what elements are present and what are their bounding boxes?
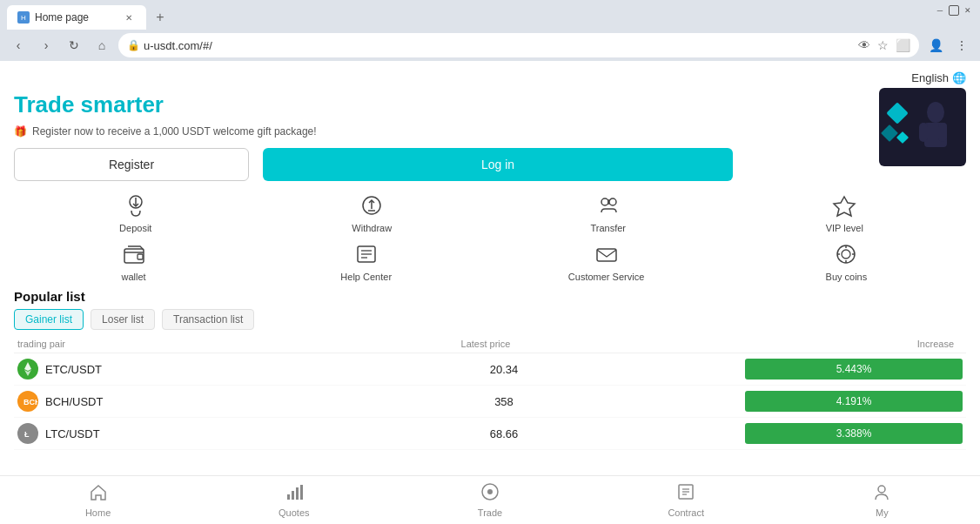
- svg-text:BCH: BCH: [23, 398, 37, 406]
- ltc-name: LTC/USDT: [45, 427, 351, 440]
- nav-quotes[interactable]: Quotes: [196, 477, 392, 523]
- bch-name: BCH/USDT: [45, 395, 351, 408]
- home-nav-icon: [89, 482, 108, 506]
- nav-home[interactable]: Home: [0, 477, 196, 523]
- buycoins-icon: [832, 240, 860, 268]
- address-bar[interactable]: 🔒 u-usdt.com/#/ 👁 ☆ ⬜: [118, 33, 919, 57]
- quotes-nav-icon: [285, 482, 304, 506]
- deposit-icon: [122, 191, 150, 219]
- tab-loser[interactable]: Loser list: [91, 309, 155, 330]
- action-customerservice[interactable]: Customer Service: [568, 240, 644, 282]
- etc-price: 20.34: [351, 363, 656, 376]
- nav-my[interactable]: My: [784, 477, 980, 523]
- login-button[interactable]: Log in: [263, 148, 733, 181]
- svg-point-41: [487, 489, 493, 494]
- eyeslash-icon[interactable]: 👁: [858, 38, 870, 52]
- withdraw-label: Withdraw: [352, 223, 392, 233]
- svg-rect-37: [292, 491, 294, 500]
- my-nav-label: My: [876, 507, 889, 518]
- buycoins-label: Buy coins: [826, 272, 868, 282]
- menu-button[interactable]: ⋮: [950, 34, 973, 57]
- svg-point-13: [601, 198, 608, 205]
- col-increase-header: Increase: [641, 339, 963, 349]
- bch-price: 358: [351, 395, 656, 408]
- extensions-icon[interactable]: ⬜: [896, 38, 910, 52]
- language-label: English: [911, 71, 949, 84]
- customerservice-icon: [593, 240, 621, 268]
- tab-close-button[interactable]: ✕: [122, 10, 136, 24]
- helpcenter-label: Help Center: [340, 272, 392, 282]
- hero-subtitle: 🎁 Register now to receive a 1,000 USDT w…: [14, 125, 879, 138]
- star-icon[interactable]: ☆: [877, 38, 889, 52]
- action-transfer[interactable]: Transfer: [578, 191, 639, 233]
- trade-nav-icon: [480, 482, 500, 506]
- table-header: trading pair Latest price Increase: [14, 335, 966, 353]
- maximize-button[interactable]: [949, 5, 959, 16]
- hero-title: Trade smarter: [14, 91, 879, 118]
- active-tab[interactable]: H Home page ✕: [7, 5, 146, 30]
- contract-nav-label: Contract: [668, 507, 704, 518]
- vip-icon: [830, 191, 858, 219]
- url-text: u-usdt.com/#/: [144, 39, 855, 52]
- svg-text:Ł: Ł: [24, 430, 30, 439]
- nav-trade[interactable]: Trade: [392, 477, 587, 523]
- tab-bar: H Home page ✕ + ─ ✕: [0, 0, 980, 30]
- minimize-button[interactable]: ─: [935, 5, 945, 16]
- forward-button[interactable]: ›: [35, 34, 57, 57]
- table-row[interactable]: Ł LTC/USDT 68.66 3.388%: [14, 418, 966, 450]
- transfer-icon: [594, 191, 622, 219]
- etc-increase: 5.443%: [657, 359, 963, 380]
- vip-label: VIP level: [826, 223, 863, 233]
- new-tab-button[interactable]: +: [150, 7, 171, 28]
- ltc-icon: Ł: [17, 423, 38, 444]
- tab-title: Home page: [35, 11, 89, 24]
- hero-buttons: Register Log in: [14, 148, 879, 181]
- page-content: English 🌐 Trade smarter 🎁 Register now t…: [0, 61, 980, 524]
- popular-tabs: Gainer list Loser list Transaction list: [14, 309, 966, 330]
- quick-actions-row1: Deposit Withdraw Transfer VIP level: [0, 181, 980, 233]
- close-window-button[interactable]: ✕: [963, 5, 973, 16]
- svg-rect-4: [938, 123, 947, 142]
- ltc-price: 68.66: [351, 427, 656, 440]
- svg-point-14: [609, 198, 616, 205]
- window-controls: ─ ✕: [935, 5, 973, 16]
- action-deposit[interactable]: Deposit: [105, 191, 166, 233]
- subtitle-text: Register now to receive a 1,000 USDT wel…: [32, 125, 317, 138]
- etc-increase-bar: 5.443%: [745, 359, 963, 380]
- action-withdraw[interactable]: Withdraw: [341, 191, 402, 233]
- home-nav-label: Home: [85, 507, 111, 518]
- helpcenter-icon: [352, 240, 380, 268]
- action-vip[interactable]: VIP level: [814, 191, 875, 233]
- address-bar-icons: 👁 ☆ ⬜: [858, 38, 910, 52]
- tab-transaction[interactable]: Transaction list: [162, 309, 254, 330]
- gift-icon: 🎁: [14, 125, 27, 138]
- quick-actions-row2: wallet Help Center Customer Service Buy …: [0, 233, 980, 282]
- action-buycoins[interactable]: Buy coins: [816, 240, 876, 282]
- hero-illustration: [879, 88, 966, 166]
- back-button[interactable]: ‹: [7, 34, 30, 57]
- etc-icon: [17, 359, 38, 380]
- refresh-button[interactable]: ↻: [63, 34, 85, 57]
- svg-rect-38: [296, 487, 299, 500]
- bottom-nav: Home Quotes Trade Contract My: [0, 475, 980, 524]
- my-nav-icon: [872, 482, 891, 506]
- svg-rect-39: [300, 485, 303, 500]
- table-row[interactable]: BCH BCH/USDT 358 4.191%: [14, 386, 966, 418]
- action-helpcenter[interactable]: Help Center: [336, 240, 397, 282]
- home-browser-button[interactable]: ⌂: [91, 34, 113, 57]
- register-button[interactable]: Register: [14, 148, 249, 181]
- browser-chrome: H Home page ✕ + ─ ✕ ‹ › ↻ ⌂ 🔒 u-usdt.com…: [0, 0, 980, 61]
- address-bar-row: ‹ › ↻ ⌂ 🔒 u-usdt.com/#/ 👁 ☆ ⬜ 👤 ⋮: [0, 30, 980, 61]
- profile-button[interactable]: 👤: [924, 34, 947, 57]
- quotes-nav-label: Quotes: [279, 507, 309, 518]
- ltc-increase-bar: 3.388%: [745, 423, 963, 444]
- col-pair-header: trading pair: [17, 339, 330, 349]
- browser-menu-icons: 👤 ⋮: [924, 34, 973, 57]
- action-wallet[interactable]: wallet: [104, 240, 164, 282]
- table-row[interactable]: ETC/USDT 20.34 5.443%: [14, 353, 966, 386]
- nav-contract[interactable]: Contract: [588, 477, 784, 523]
- popular-title: Popular list: [14, 289, 966, 304]
- deposit-label: Deposit: [119, 223, 151, 233]
- globe-icon: 🌐: [952, 71, 966, 84]
- tab-gainer[interactable]: Gainer list: [14, 309, 84, 330]
